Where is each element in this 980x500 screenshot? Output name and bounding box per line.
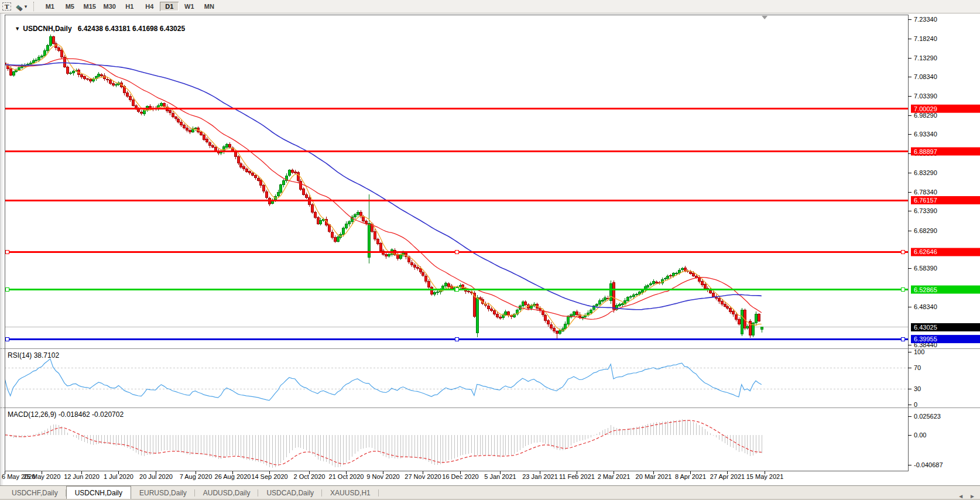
date-axis-label: 9 Nov 2020	[366, 473, 399, 480]
svg-text:6.76157: 6.76157	[914, 197, 937, 204]
timeframe-button-m5[interactable]: M5	[60, 2, 79, 11]
arrows-tool-button[interactable]: ◆ ◆ ▾	[14, 1, 29, 12]
date-axis-label: 1 Jul 2020	[104, 473, 133, 480]
date-axis-label: 7 Aug 2020	[180, 473, 213, 480]
date-axis-label: 20 Mar 2021	[636, 473, 672, 480]
timeframe-button-d1[interactable]: D1	[160, 2, 179, 11]
svg-text:6.88897: 6.88897	[914, 148, 937, 155]
price-axis-label: 6.83290	[914, 169, 937, 176]
chart-canvas: 7.233407.182407.132907.083407.033906.982…	[0, 0, 980, 500]
tab-usdchf[interactable]: USDCHF,Daily	[4, 487, 66, 499]
hline-handle[interactable]	[6, 337, 9, 341]
tab-usdcad[interactable]: USDCAD,Daily	[258, 487, 322, 499]
date-axis-label: 5 Jan 2021	[484, 473, 516, 480]
rsi-indicator-label: RSI(14) 38.7102	[8, 351, 59, 359]
date-axis-label: 23 Jan 2021	[522, 473, 558, 480]
macd-axis-label: 0.025623	[914, 413, 941, 420]
hline-handle[interactable]	[902, 337, 905, 341]
tab-eurusd[interactable]: EURUSD,Daily	[131, 487, 195, 499]
date-axis-label: 12 Jun 2020	[64, 473, 100, 480]
svg-text:6.39955: 6.39955	[914, 335, 937, 343]
timeframe-button-m30[interactable]: M30	[100, 2, 119, 11]
tab-audusd[interactable]: AUDUSD,Daily	[195, 487, 259, 499]
date-axis-label: 2 Mar 2021	[598, 473, 631, 480]
tab-xauusd[interactable]: XAUUSD,H1	[322, 487, 379, 499]
hline-handle[interactable]	[902, 250, 905, 254]
text-tool-icon: T	[2, 2, 11, 11]
hline-handle[interactable]	[6, 288, 9, 292]
price-axis-label: 7.23340	[914, 16, 937, 23]
rsi-axis-label: 30	[914, 385, 921, 392]
date-axis-label: 16 Dec 2020	[442, 473, 478, 480]
price-axis-label: 6.73390	[914, 207, 937, 214]
svg-text:6.43025: 6.43025	[914, 324, 937, 331]
date-axis-label: 11 Feb 2021	[559, 473, 595, 480]
date-axis-label: 8 Apr 2021	[675, 473, 706, 480]
svg-text:7.00029: 7.00029	[914, 105, 937, 112]
mt4-workspace: 7.233407.182407.132907.083407.033906.982…	[0, 0, 980, 500]
hline-handle[interactable]	[902, 288, 905, 292]
text-tool-button[interactable]: T	[1, 1, 13, 12]
timeframe-button-w1[interactable]: W1	[180, 2, 198, 11]
timeframe-button-h1[interactable]: H1	[120, 2, 139, 11]
rsi-axis-label: 100	[914, 348, 924, 355]
price-axis-label: 7.08340	[914, 73, 937, 80]
timeframe-button-m15[interactable]: M15	[80, 2, 99, 11]
chevron-down-icon: ▾	[25, 4, 28, 9]
macd-axis-label: -0.040687	[914, 461, 943, 468]
price-axis-label: 7.18240	[914, 35, 937, 42]
main-toolbar: T ◆ ◆ ▾ M1M5M15M30H1H4D1W1MN	[0, 0, 980, 13]
rsi-axis-label: 0	[914, 401, 917, 408]
timeframe-button-group: M1M5M15M30H1H4D1W1MN	[40, 2, 219, 11]
hline-handle[interactable]	[455, 337, 458, 341]
date-axis-label: 21 Oct 2020	[329, 473, 364, 480]
hline-handle[interactable]	[455, 250, 458, 254]
toolbar-separator	[33, 2, 37, 11]
price-axis-label: 6.78340	[914, 189, 937, 196]
timeframe-button-h4[interactable]: H4	[140, 2, 159, 11]
chart-ohlc-values: 6.42438 6.43181 6.41698 6.43025	[78, 25, 186, 33]
price-axis-label: 6.98290	[914, 112, 937, 119]
tab-usdcnh[interactable]: USDCNH,Daily	[66, 486, 131, 499]
chart-tab-bar: USDCHF,DailyUSDCNH,DailyEURUSD,DailyAUDU…	[0, 485, 980, 499]
svg-text:6.62646: 6.62646	[914, 248, 937, 255]
price-axis-label: 6.58390	[914, 265, 937, 272]
hline-handle[interactable]	[6, 250, 9, 254]
arrow-diamond-icon: ◆	[18, 5, 23, 12]
rsi-axis-label: 70	[914, 364, 921, 371]
timeframe-button-mn[interactable]: MN	[200, 2, 218, 11]
svg-text:6.52865: 6.52865	[914, 286, 937, 293]
date-axis-label: 25 May 2020	[23, 473, 61, 480]
macd-indicator-label: MACD(12,26,9) -0.018462 -0.020702	[8, 410, 124, 419]
chart-title: ▼USDCNH,Daily6.42438 6.43181 6.41698 6.4…	[7, 16, 185, 41]
timeframe-button-m1[interactable]: M1	[40, 2, 59, 11]
date-axis-label: 27 Apr 2021	[710, 473, 745, 480]
price-axis-label: 6.68290	[914, 227, 937, 234]
price-axis-label: 6.48340	[914, 303, 937, 310]
date-axis-label: 20 Jul 2020	[139, 473, 173, 480]
date-axis-label: 27 Nov 2020	[405, 473, 441, 480]
price-axis-label: 7.03390	[914, 93, 937, 100]
date-axis-label: 14 Sep 2020	[251, 473, 287, 480]
symbol-dropdown-icon[interactable]: ▼	[15, 26, 20, 32]
date-axis-label: 26 Aug 2020	[215, 473, 251, 480]
hline-handle[interactable]	[455, 288, 458, 292]
date-axis-label: 15 May 2021	[746, 473, 784, 480]
price-axis-label: 6.93340	[914, 131, 937, 138]
chart-symbol-period: USDCNH,Daily	[23, 25, 71, 33]
date-axis-label: 2 Oct 2020	[294, 473, 325, 480]
macd-axis-label: 0.00	[914, 431, 926, 439]
price-axis-label: 7.13290	[914, 54, 937, 61]
